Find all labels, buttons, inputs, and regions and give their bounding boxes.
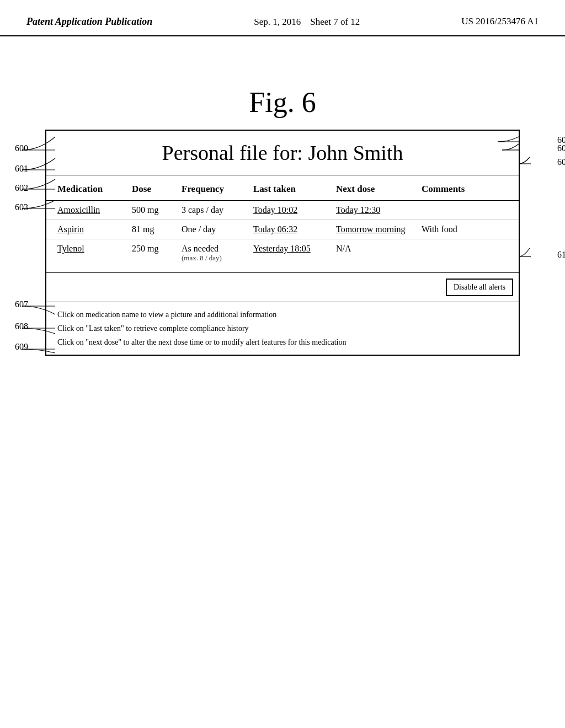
col-header-medication: Medication	[46, 184, 126, 195]
medication-table: Medication Dose Frequency Last taken Nex…	[46, 175, 519, 270]
ref-602: 602	[15, 183, 28, 193]
figure-title: Fig. 6	[33, 86, 532, 119]
table-row: Amoxicillin 500 mg 3 caps / day Today 10…	[46, 201, 519, 220]
ui-title-bar: Personal file for: John Smith	[46, 131, 519, 175]
last-tylenol[interactable]: Yesterday 18:05	[248, 244, 331, 263]
footer-note-3: Click on "next dose" to alter the next d…	[57, 335, 508, 349]
ui-footer-notes: Click on medication name to view a pictu…	[46, 302, 519, 355]
med-amoxicillin[interactable]: Amoxicillin	[46, 205, 126, 215]
freq-tylenol: As needed (max. 8 / day)	[176, 244, 248, 263]
footer-note-2: Click on "Last taken" to retrieve comple…	[57, 322, 508, 335]
main-content: Fig. 6	[0, 36, 565, 356]
col-header-next-dose: Next dose	[331, 184, 416, 195]
publication-label: Patent Application Publication	[26, 15, 152, 28]
patent-number: US 2016/253476 A1	[461, 15, 539, 28]
ui-mockup-box: Personal file for: John Smith Medication…	[45, 130, 520, 356]
next-amoxicillin[interactable]: Today 12:30	[331, 205, 416, 215]
freq-tylenol-sub: (max. 8 / day)	[182, 254, 248, 263]
comments-aspirin: With food	[416, 224, 499, 234]
ref-609: 609	[15, 342, 28, 352]
ref-603: 603	[15, 202, 28, 212]
dose-amoxicillin: 500 mg	[126, 205, 176, 215]
med-tylenol[interactable]: Tylenol	[46, 244, 126, 263]
last-aspirin[interactable]: Today 06:32	[248, 224, 331, 234]
freq-aspirin: One / day	[176, 224, 248, 234]
disable-alerts-button[interactable]: Disable all alerts	[446, 279, 513, 296]
col-header-frequency: Frequency	[176, 184, 248, 195]
table-header-row: Medication Dose Frequency Last taken Nex…	[46, 178, 519, 201]
last-amoxicillin[interactable]: Today 10:02	[248, 205, 331, 215]
comments-amoxicillin	[416, 205, 499, 215]
ref-608: 608	[15, 322, 28, 331]
ref-606: 606	[557, 157, 565, 167]
next-aspirin[interactable]: Tomorrow morning	[331, 224, 416, 234]
sheet-info: Sep. 1, 2016 Sheet 7 of 12	[254, 15, 360, 29]
ref-601: 601	[15, 164, 28, 174]
ref-600: 600	[15, 143, 28, 153]
ref-610: 610	[557, 250, 565, 260]
ref-607: 607	[15, 299, 28, 309]
ui-title-text: Personal file for: John Smith	[162, 141, 403, 164]
page-header: Patent Application Publication Sep. 1, 2…	[0, 0, 565, 36]
comments-tylenol	[416, 244, 499, 263]
med-aspirin[interactable]: Aspirin	[46, 224, 126, 234]
table-row: Aspirin 81 mg One / day Today 06:32 Tomo…	[46, 220, 519, 239]
col-header-dose: Dose	[126, 184, 176, 195]
next-tylenol: N/A	[331, 244, 416, 263]
dose-aspirin: 81 mg	[126, 224, 176, 234]
dose-tylenol: 250 mg	[126, 244, 176, 263]
col-header-last-taken: Last taken	[248, 184, 331, 195]
bottom-action-bar: Disable all alerts	[46, 272, 519, 302]
col-header-comments: Comments	[416, 184, 499, 195]
diagram-wrapper: 600 601 602 603 607 608 609 604 605 606 …	[45, 130, 520, 356]
footer-note-1: Click on medication name to view a pictu…	[57, 308, 508, 322]
table-row: Tylenol 250 mg As needed (max. 8 / day) …	[46, 239, 519, 267]
freq-amoxicillin: 3 caps / day	[176, 205, 248, 215]
ref-605: 605	[557, 143, 565, 153]
